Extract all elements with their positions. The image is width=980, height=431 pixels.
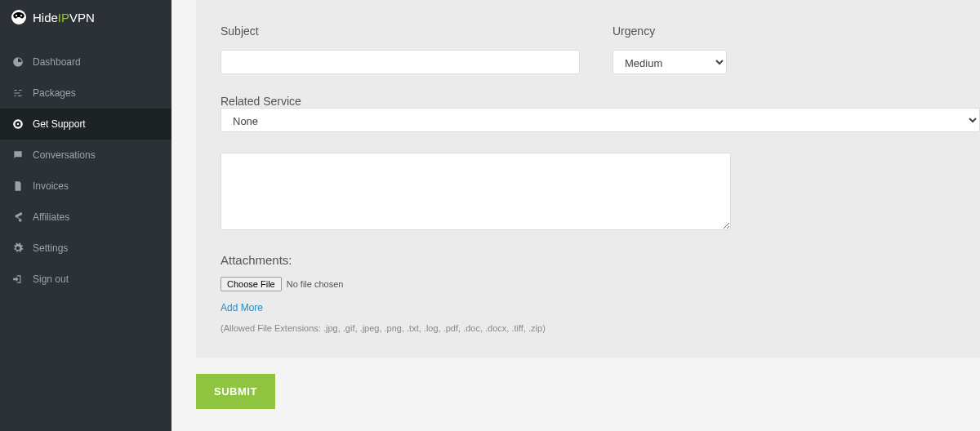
sidebar-item-packages[interactable]: Packages: [0, 78, 172, 109]
sidebar-item-label: Get Support: [33, 118, 86, 130]
mask-icon: [11, 10, 26, 24]
add-more-link[interactable]: Add More: [220, 302, 263, 313]
message-textarea[interactable]: [220, 153, 731, 230]
sidebar-item-affiliates[interactable]: Affiliates: [0, 202, 172, 233]
gauge-icon: [11, 56, 24, 68]
submit-button[interactable]: SUBMIT: [196, 374, 275, 409]
related-service-label: Related Service: [220, 95, 301, 108]
sidebar-item-label: Packages: [33, 87, 76, 99]
sidebar-item-dashboard[interactable]: Dashboard: [0, 47, 172, 78]
extensions-hint: (Allowed File Extensions: .jpg, .gif, .j…: [220, 323, 980, 333]
sidebar-item-sign-out[interactable]: Sign out: [0, 264, 172, 295]
sidebar-item-label: Sign out: [33, 273, 69, 285]
urgency-label: Urgency: [612, 24, 727, 38]
choose-file-button[interactable]: Choose File: [220, 277, 282, 291]
subject-input[interactable]: [220, 50, 580, 74]
related-service-select[interactable]: None: [220, 108, 980, 132]
sliders-icon: [11, 87, 24, 99]
brand-logo[interactable]: HideIPVPN: [0, 0, 172, 34]
sidebar-item-label: Affiliates: [33, 211, 69, 223]
main-content: Subject Urgency Medium Related Service N…: [172, 0, 980, 431]
sidebar: HideIPVPN Dashboard Packages Get Support…: [0, 0, 172, 431]
urgency-select[interactable]: Medium: [612, 50, 727, 74]
sidebar-item-get-support[interactable]: Get Support: [0, 109, 172, 140]
sidebar-item-invoices[interactable]: Invoices: [0, 171, 172, 202]
sidebar-item-conversations[interactable]: Conversations: [0, 140, 172, 171]
share-icon: [11, 211, 24, 223]
document-icon: [11, 180, 24, 192]
attachments-heading: Attachments:: [220, 253, 980, 267]
sidebar-item-label: Settings: [33, 242, 68, 254]
chat-icon: [11, 149, 24, 161]
lifebuoy-icon: [11, 118, 24, 130]
sidebar-nav: Dashboard Packages Get Support Conversat…: [0, 47, 172, 295]
ticket-form: Subject Urgency Medium Related Service N…: [196, 0, 980, 358]
sidebar-item-label: Conversations: [33, 149, 96, 161]
sign-out-icon: [11, 273, 24, 285]
sidebar-item-label: Invoices: [33, 180, 69, 192]
no-file-text: No file chosen: [287, 279, 344, 289]
sidebar-item-label: Dashboard: [33, 56, 81, 68]
sidebar-item-settings[interactable]: Settings: [0, 233, 172, 264]
subject-label: Subject: [220, 24, 580, 38]
gear-icon: [11, 242, 24, 254]
